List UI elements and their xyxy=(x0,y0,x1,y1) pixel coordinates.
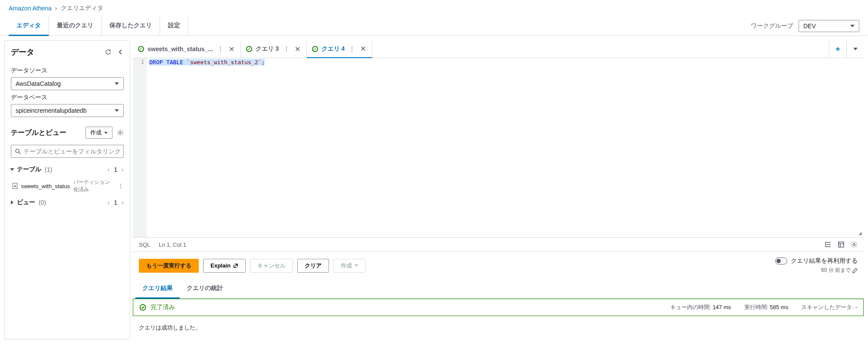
external-link-icon xyxy=(233,263,238,268)
result-message: クエリは成功しました。 xyxy=(133,316,864,339)
editor-cursor-position: Ln 1, Col 1 xyxy=(159,241,186,248)
database-label: データベース xyxy=(11,94,124,101)
format-icon[interactable] xyxy=(825,241,832,248)
status-success-icon: ✓ xyxy=(246,46,252,52)
svg-point-3 xyxy=(853,244,855,245)
data-sidebar: データ データソース AwsDataCatalog データベース spicein… xyxy=(4,40,130,339)
tables-views-title: テーブルとビュー xyxy=(11,128,66,137)
edit-reuse-time-icon[interactable] xyxy=(852,268,858,273)
search-icon xyxy=(15,148,21,154)
table-item-menu-icon[interactable]: ⋮ xyxy=(118,183,124,189)
editor-area: ✓ sweets_with_status_... ⋮ ✕ ✓ クエリ 3 ⋮ ✕… xyxy=(133,40,864,339)
editor-tab-2[interactable]: ✓ クエリ 3 ⋮ ✕ xyxy=(241,41,307,58)
views-label: ビュー xyxy=(17,199,35,206)
tables-caret-icon[interactable] xyxy=(10,168,14,171)
collapse-sidebar-icon[interactable] xyxy=(118,49,124,55)
success-check-icon xyxy=(139,304,146,311)
action-bar: もう一度実行する Explain キャンセル クリア 作成 クエリ結果を再利用す… xyxy=(133,252,864,279)
layout-icon[interactable] xyxy=(838,241,845,248)
editor-tab-1-label: sweets_with_status_... xyxy=(148,46,213,52)
main-tabs-row: エディタ 最近のクエリ 保存したクエリ 設定 ワークグループ DEV xyxy=(0,16,868,36)
views-page-number: 1 xyxy=(114,199,118,206)
table-item[interactable]: + sweets_with_status パーティション化済み ⋮ xyxy=(11,176,124,196)
table-item-badge: パーティション化済み xyxy=(73,179,114,193)
clear-button[interactable]: クリア xyxy=(297,259,329,273)
tab-saved-queries[interactable]: 保存したクエリ xyxy=(102,16,160,36)
breadcrumb-separator: › xyxy=(55,5,57,12)
refresh-icon[interactable] xyxy=(105,49,112,55)
editor-tab-3-close-icon[interactable]: ✕ xyxy=(359,45,367,53)
editor-tab-3[interactable]: ✓ クエリ 4 ⋮ ✕ xyxy=(307,40,373,58)
sidebar-title: データ xyxy=(11,47,34,57)
resize-handle-icon[interactable]: ◢ xyxy=(858,231,862,235)
svg-point-1 xyxy=(16,149,19,153)
breadcrumb: Amazon Athena › クエリエディタ xyxy=(0,0,868,16)
table-view-filter[interactable] xyxy=(11,145,124,158)
status-success-icon: ✓ xyxy=(312,46,318,52)
tables-prev-page-icon[interactable]: ‹ xyxy=(108,166,110,173)
views-caret-icon[interactable] xyxy=(11,200,13,205)
workgroup-label: ワークグループ xyxy=(751,22,793,30)
tables-next-page-icon[interactable]: › xyxy=(122,166,124,173)
reuse-results-label: クエリ結果を再利用する xyxy=(791,257,858,265)
scanned-data-label: スキャンしたデータ: xyxy=(801,304,854,310)
create-menu-button: 作成 xyxy=(333,259,365,273)
workgroup-select[interactable]: DEV xyxy=(799,20,859,32)
cancel-button: キャンセル xyxy=(250,259,293,273)
results-tab-stats[interactable]: クエリの統計 xyxy=(180,279,230,298)
views-next-page-icon[interactable]: › xyxy=(122,199,124,206)
tables-count: (1) xyxy=(45,166,52,173)
tables-label: テーブル xyxy=(17,166,41,173)
svg-point-0 xyxy=(119,132,121,134)
tables-tree-header[interactable]: テーブル (1) ‹ 1 › xyxy=(11,163,124,176)
views-tree-header[interactable]: ビュー (0) ‹ 1 › xyxy=(11,196,124,209)
editor-tab-3-menu-icon[interactable]: ⋮ xyxy=(348,46,356,52)
run-again-button[interactable]: もう一度実行する xyxy=(139,259,199,273)
scanned-data-value: - xyxy=(855,304,857,310)
svg-rect-2 xyxy=(838,242,844,247)
reuse-time-text: 60 分 前まで xyxy=(821,267,851,274)
sql-editor[interactable]: 1 DROP TABLE `sweets_with_status_2`; ◢ xyxy=(133,58,864,238)
editor-status-bar: SQL Ln 1, Col 1 xyxy=(133,238,864,252)
expand-table-icon[interactable]: + xyxy=(13,183,17,189)
add-tab-button[interactable]: + xyxy=(829,40,846,58)
table-view-filter-input[interactable] xyxy=(23,148,120,155)
run-time-value: 585 ms xyxy=(770,304,789,310)
tab-settings[interactable]: 設定 xyxy=(160,16,188,36)
views-count: (0) xyxy=(39,199,46,206)
table-item-name: sweets_with_status xyxy=(21,183,70,189)
editor-tab-3-label: クエリ 4 xyxy=(322,45,345,53)
explain-button[interactable]: Explain xyxy=(203,259,246,273)
editor-language: SQL xyxy=(139,241,150,248)
results-tab-results[interactable]: クエリ結果 xyxy=(135,279,180,299)
views-prev-page-icon[interactable]: ‹ xyxy=(108,199,110,206)
tab-editor[interactable]: エディタ xyxy=(9,16,49,36)
query-status-banner: 完了済み キュー内の時間: 147 ms 実行時間: 585 ms スキャンした… xyxy=(133,299,864,316)
tables-page-number: 1 xyxy=(114,166,118,173)
editor-tab-2-label: クエリ 3 xyxy=(256,45,279,53)
editor-settings-icon[interactable] xyxy=(851,241,858,248)
editor-tab-1-menu-icon[interactable]: ⋮ xyxy=(217,46,224,52)
reuse-results-toggle[interactable] xyxy=(775,258,787,264)
create-table-view-button[interactable]: 作成 xyxy=(85,127,112,139)
datasource-label: データソース xyxy=(11,67,124,75)
editor-content[interactable]: DROP TABLE `sweets_with_status_2`; xyxy=(147,58,864,237)
results-tabs: クエリ結果 クエリの統計 xyxy=(133,279,864,299)
breadcrumb-service-link[interactable]: Amazon Athena xyxy=(9,5,52,12)
editor-gutter: 1 xyxy=(133,58,147,237)
run-time-label: 実行時間: xyxy=(744,304,769,310)
tab-menu-button[interactable] xyxy=(846,40,864,58)
editor-tab-2-close-icon[interactable]: ✕ xyxy=(294,45,301,53)
editor-tab-1[interactable]: ✓ sweets_with_status_... ⋮ ✕ xyxy=(133,41,241,58)
status-success-icon: ✓ xyxy=(138,46,144,52)
queue-time-label: キュー内の時間: xyxy=(670,304,711,310)
tab-recent-queries[interactable]: 最近のクエリ xyxy=(49,16,102,36)
queue-time-value: 147 ms xyxy=(713,304,731,310)
database-select[interactable]: spiceincrementalupdatedb xyxy=(11,104,124,117)
breadcrumb-current: クエリエディタ xyxy=(61,4,103,12)
editor-tab-2-menu-icon[interactable]: ⋮ xyxy=(283,46,290,52)
editor-tab-1-close-icon[interactable]: ✕ xyxy=(228,45,235,53)
datasource-select[interactable]: AwsDataCatalog xyxy=(11,77,124,90)
gear-icon[interactable] xyxy=(117,129,124,136)
editor-tabs: ✓ sweets_with_status_... ⋮ ✕ ✓ クエリ 3 ⋮ ✕… xyxy=(133,40,864,58)
